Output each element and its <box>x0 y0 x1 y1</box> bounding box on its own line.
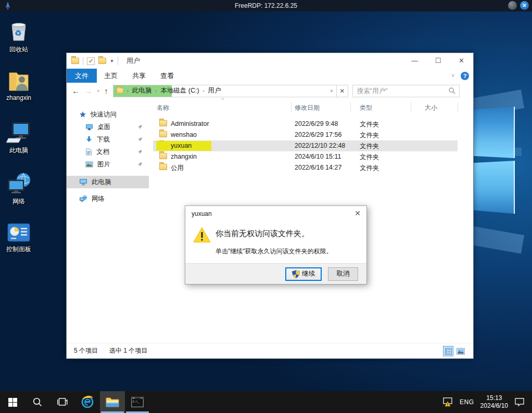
remote-title: FreeRDP: 172.22.6.25 <box>0 2 532 9</box>
folder-icon <box>159 131 167 137</box>
desktop-icon-this-pc[interactable]: 此电脑 <box>1 121 36 155</box>
file-row-wenshao[interactable]: wenshao 2022/6/29 17:56 文件夹 <box>149 130 473 140</box>
search-input[interactable] <box>353 85 459 97</box>
remote-options-button[interactable] <box>508 1 517 10</box>
file-row-zhangxin[interactable]: zhangxin 2024/6/10 15:11 文件夹 <box>149 151 473 162</box>
documents-icon <box>85 148 92 156</box>
ribbon-tabs: 文件 主页 共享 查看 ˅ ? <box>67 69 473 83</box>
desktop-icon-network[interactable]: 网络 <box>1 172 36 206</box>
action-center-icon[interactable] <box>514 397 525 407</box>
file-explorer-icon <box>106 396 119 408</box>
back-button[interactable]: ← <box>72 86 80 95</box>
nav-downloads[interactable]: 下载 <box>67 133 149 146</box>
nav-network[interactable]: 网络 <box>67 192 149 205</box>
desktop-icon-recycle-bin[interactable]: ♻ 回收站 <box>1 20 36 54</box>
window-title: 用户 <box>126 56 140 66</box>
column-size[interactable]: 大小 <box>425 104 437 112</box>
address-folder-icon <box>117 88 123 94</box>
clock[interactable]: 15:13 2024/6/10 <box>480 394 508 410</box>
address-bar-row: ← → ˅ ↑ › 此电脑 › 本地磁盘 (C:) › 用户 ˅ ✕ <box>67 83 473 99</box>
pictures-icon <box>85 161 93 167</box>
address-stop-icon[interactable]: ✕ <box>336 85 348 97</box>
tab-home[interactable]: 主页 <box>97 69 125 83</box>
maximize-button[interactable]: ☐ <box>426 53 450 68</box>
user-folder-icon <box>6 70 31 93</box>
breadcrumb-users[interactable]: 用户 <box>208 86 221 95</box>
file-row-public[interactable]: 公用 2022/6/16 14:27 文件夹 <box>149 162 473 173</box>
svg-text:C:\_: C:\_ <box>133 400 140 404</box>
desktop-icon-control-panel[interactable]: 控制面板 <box>1 223 36 254</box>
dialog-message: 你当前无权访问该文件夹。 <box>216 229 309 239</box>
address-bar[interactable]: › 此电脑 › 本地磁盘 (C:) › 用户 ˅ ✕ <box>113 85 348 97</box>
clock-date: 2024/6/10 <box>480 402 508 410</box>
pin-icon <box>137 136 143 144</box>
recent-locations-caret-icon[interactable]: ˅ <box>97 88 99 94</box>
cancel-button[interactable]: 取消 <box>328 267 358 281</box>
task-view-button[interactable] <box>50 391 75 413</box>
nav-this-pc[interactable]: 此电脑 <box>67 176 149 188</box>
dialog-title: yuxuan <box>192 210 212 217</box>
desktop-icon <box>85 124 93 131</box>
cmd-icon: C:\_ <box>131 397 144 407</box>
freerdp-logo-icon <box>4 2 11 10</box>
quick-access-star-icon <box>79 111 86 118</box>
selected-count: 选中 1 个项目 <box>109 346 147 355</box>
column-date-modified[interactable]: 修改日期 <box>295 104 320 112</box>
network-status-icon[interactable] <box>442 397 453 407</box>
clock-time: 15:13 <box>480 394 508 402</box>
file-row-administrator[interactable]: Administrator 2022/6/29 9:48 文件夹 <box>149 119 473 130</box>
items-count: 5 个项目 <box>74 346 98 355</box>
downloads-icon <box>85 136 93 143</box>
folder-icon <box>159 164 167 170</box>
up-button[interactable]: ↑ <box>104 86 108 95</box>
pin-icon <box>137 149 143 156</box>
warning-icon <box>193 227 211 243</box>
pin-icon <box>137 161 143 169</box>
breadcrumb-local-disk-c[interactable]: 本地磁盘 (C:) <box>160 86 199 95</box>
close-button[interactable]: ✕ <box>450 53 473 68</box>
dialog-detail: 单击"继续"获取永久访问该文件夹的权限。 <box>216 247 333 256</box>
minimize-button[interactable]: — <box>403 53 426 68</box>
qat-customize-caret-icon[interactable]: ▼ <box>110 59 114 63</box>
address-dropdown-caret-icon[interactable]: ˅ <box>327 88 336 94</box>
forward-button[interactable]: → <box>84 86 92 95</box>
breadcrumb-this-pc[interactable]: 此电脑 <box>132 86 152 95</box>
explorer-titlebar: ▼ 用户 — ☐ ✕ <box>67 53 473 69</box>
this-pc-icon <box>6 121 31 145</box>
taskbar-ie-button[interactable] <box>75 391 100 413</box>
language-indicator[interactable]: ENG <box>460 398 474 406</box>
ribbon-expand-caret-icon[interactable]: ˅ <box>451 73 454 79</box>
thumbnail-view-button[interactable] <box>455 346 466 356</box>
remote-close-button[interactable]: ✕ <box>520 1 529 10</box>
nav-quick-access[interactable]: 快速访问 <box>67 108 149 121</box>
network-nav-icon <box>79 195 87 202</box>
taskbar: C:\_ ENG 15:13 2024/6/10 <box>0 391 532 413</box>
taskbar-explorer-button[interactable] <box>100 391 125 413</box>
nav-desktop[interactable]: 桌面 <box>67 121 149 133</box>
start-button[interactable] <box>0 391 25 413</box>
uac-shield-icon <box>292 270 300 278</box>
column-name[interactable]: 名称 <box>157 104 169 112</box>
qat-newfolder-icon[interactable] <box>98 58 106 64</box>
taskbar-cmd-button[interactable]: C:\_ <box>125 391 150 413</box>
nav-pictures[interactable]: 图片 <box>67 158 149 171</box>
details-view-button[interactable] <box>443 346 453 356</box>
tab-view[interactable]: 查看 <box>153 69 181 83</box>
remote-titlebar: FreeRDP: 172.22.6.25 ✕ <box>0 0 532 11</box>
taskbar-search-button[interactable] <box>25 391 50 413</box>
tab-file[interactable]: 文件 <box>67 69 97 83</box>
navigation-pane: 快速访问 桌面 下载 <box>67 99 149 343</box>
help-icon[interactable]: ? <box>461 72 469 80</box>
dialog-close-icon[interactable]: ✕ <box>354 209 361 217</box>
file-row-yuxuan[interactable]: yuxuan 2022/12/10 22:48 文件夹 <box>149 140 473 151</box>
column-type[interactable]: 类型 <box>360 104 372 112</box>
screen: FreeRDP: 172.22.6.25 ✕ ♻ 回收站 <box>0 0 532 413</box>
tab-share[interactable]: 共享 <box>125 69 153 83</box>
nav-documents[interactable]: 文档 <box>67 146 149 158</box>
desktop-icon-zhangxin[interactable]: zhangxin <box>1 70 36 101</box>
qat-properties-icon[interactable] <box>87 57 95 65</box>
search-icon <box>33 397 42 407</box>
control-panel-icon <box>7 223 31 243</box>
internet-explorer-icon <box>81 395 94 409</box>
continue-button[interactable]: 继续 <box>285 267 322 281</box>
